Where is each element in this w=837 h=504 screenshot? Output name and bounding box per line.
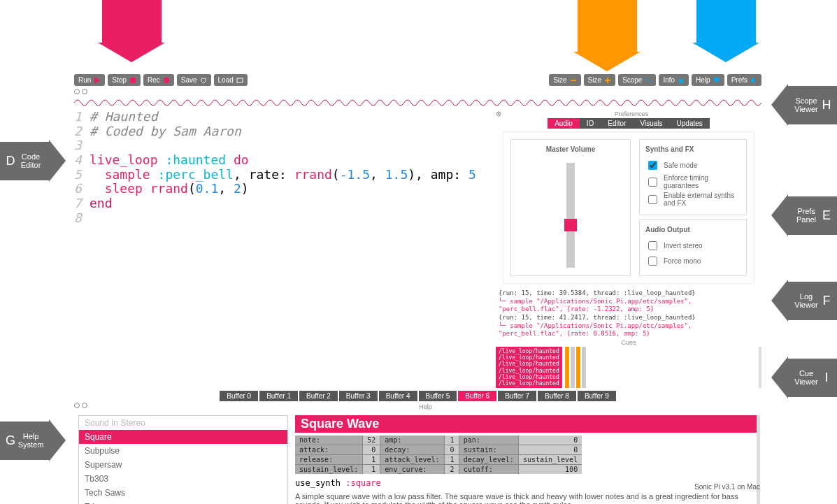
- tab-updates[interactable]: Updates: [670, 118, 710, 129]
- callout-B: B Editor Controls: [573, 0, 641, 71]
- force-mono-checkbox[interactable]: Force mono: [645, 254, 741, 268]
- play-controls: Run Stop Rec Save Load: [74, 74, 248, 86]
- buffer-9[interactable]: Buffer 9: [578, 391, 616, 401]
- svg-point-6: [714, 78, 720, 82]
- svg-point-1: [164, 78, 169, 83]
- prefs-button[interactable]: Prefs: [727, 74, 761, 86]
- cue-viewer: Cues /live_loop/haunted /live_loop/haunt…: [496, 338, 761, 388]
- size-up-button[interactable]: Size: [584, 74, 615, 86]
- buffer-5[interactable]: Buffer 5: [419, 391, 457, 401]
- close-icon[interactable]: ⊗: [496, 110, 501, 118]
- volume-slider[interactable]: [566, 163, 575, 268]
- tab-audio[interactable]: Audio: [548, 118, 580, 129]
- enable-external-checkbox[interactable]: Enable external synths and FX: [645, 192, 741, 207]
- volume-thumb[interactable]: [564, 219, 577, 231]
- callout-C: C Info & Help: [692, 0, 759, 62]
- prefs-tabs: Audio IO Editor Visuals Updates: [496, 118, 761, 129]
- minus-icon: [570, 77, 577, 84]
- speaker-icon: [750, 77, 757, 84]
- stop-button[interactable]: Stop: [108, 74, 141, 86]
- buffer-0[interactable]: Buffer 0: [220, 391, 258, 401]
- wave-icon: [645, 77, 652, 84]
- buffer-6[interactable]: Buffer 6: [458, 391, 496, 401]
- close-icon[interactable]: [74, 403, 80, 408]
- stop-icon: [129, 77, 136, 84]
- callout-C-label: Info & Help: [699, 31, 753, 40]
- star-icon: [678, 77, 685, 84]
- list-item[interactable]: Sound In Stereo: [79, 416, 287, 430]
- svg-rect-2: [237, 78, 243, 82]
- list-item[interactable]: Supersaw: [79, 458, 287, 472]
- callout-E: Prefs Panel E: [771, 194, 837, 236]
- heart-icon: [200, 77, 207, 84]
- tab-editor[interactable]: Editor: [601, 118, 633, 129]
- cue-bars: [565, 347, 586, 388]
- toolbar: Run Stop Rec Save Load Size Size Scope I…: [70, 73, 766, 87]
- callout-A-letter: A: [105, 6, 159, 24]
- buffer-tabs: Buffer 0 Buffer 1 Buffer 2 Buffer 3 Buff…: [70, 391, 766, 401]
- list-item[interactable]: Tri: [79, 500, 287, 504]
- info-button[interactable]: Info: [659, 74, 689, 86]
- list-item[interactable]: Square: [79, 430, 287, 444]
- svg-rect-5: [607, 78, 608, 83]
- log-viewer: {run: 15, time: 39.5384, thread: :live_l…: [496, 288, 761, 337]
- gear-icon[interactable]: [82, 89, 87, 94]
- load-button[interactable]: Load: [214, 74, 248, 86]
- load-icon: [236, 77, 243, 84]
- enforce-timing-checkbox[interactable]: Enforce timing guarantees: [645, 174, 741, 189]
- prefs-panel: ⊗Preferences Audio IO Editor Visuals Upd…: [496, 110, 761, 287]
- callout-D: D Code Editor: [0, 140, 66, 182]
- plus-icon: [604, 77, 611, 84]
- buffer-1[interactable]: Buffer 1: [259, 391, 298, 401]
- record-icon: [163, 77, 170, 84]
- cue-list: /live_loop/haunted /live_loop/haunted /l…: [496, 347, 562, 388]
- tab-visuals[interactable]: Visuals: [633, 118, 669, 129]
- callout-C-letter: C: [699, 6, 753, 24]
- scope-viewer: [74, 96, 761, 110]
- app-window: Run Stop Rec Save Load Size Size Scope I…: [70, 73, 766, 492]
- callout-B-letter: B: [580, 6, 634, 24]
- tab-io[interactable]: IO: [580, 118, 601, 129]
- buffer-2[interactable]: Buffer 2: [299, 391, 338, 401]
- size-down-button[interactable]: Size: [549, 74, 580, 86]
- help-header: Square Wave: [295, 415, 757, 433]
- param-table: note:52 amp:1 pan:0 attack:0 decay:0 sus…: [295, 435, 582, 474]
- editor-controls: Size Size Scope Info Help Prefs: [549, 74, 761, 86]
- list-item[interactable]: Tech Saws: [79, 486, 287, 500]
- buffer-7[interactable]: Buffer 7: [498, 391, 536, 401]
- code-editor[interactable]: 1# Haunted 2# Coded by Sam Aaron 3 4live…: [74, 110, 493, 388]
- callout-G: G Help System: [0, 419, 66, 461]
- help-synth-list[interactable]: Sound In Stereo Square Subpulse Supersaw…: [78, 415, 288, 504]
- svg-rect-3: [571, 80, 576, 81]
- synths-fx-label: Synths and FX: [645, 145, 741, 153]
- close-icon[interactable]: [74, 89, 80, 94]
- help-button[interactable]: Help: [692, 74, 724, 86]
- master-volume-label: Master Volume: [546, 145, 595, 153]
- buffer-3[interactable]: Buffer 3: [339, 391, 378, 401]
- callout-F: Log Viewer F: [771, 280, 837, 322]
- list-item[interactable]: Subpulse: [79, 444, 287, 458]
- svg-rect-0: [130, 78, 136, 83]
- rec-button[interactable]: Rec: [143, 74, 174, 86]
- scope-button[interactable]: Scope: [618, 74, 656, 86]
- invert-stereo-checkbox[interactable]: Invert stereo: [645, 239, 741, 252]
- waveform-icon: [74, 96, 761, 110]
- gear-icon[interactable]: [82, 403, 87, 408]
- cues-title: Cues: [496, 338, 761, 347]
- speech-icon: [713, 77, 720, 84]
- buffer-4[interactable]: Buffer 4: [379, 391, 417, 401]
- scope-toolbar: [70, 87, 766, 96]
- safe-mode-checkbox[interactable]: Safe mode: [645, 159, 741, 172]
- callout-I: Cue Viewer I: [771, 357, 837, 398]
- callout-B-label: Editor Controls: [580, 31, 634, 49]
- help-description: A simple square wave with a low pass fil…: [295, 492, 757, 504]
- save-button[interactable]: Save: [177, 74, 211, 86]
- use-synth-snippet: use_synth :square: [295, 478, 757, 488]
- callout-H: Scope Viewer H: [771, 84, 837, 126]
- help-title: Help: [90, 403, 761, 411]
- callout-A-label: Play Controls: [105, 31, 159, 40]
- run-button[interactable]: Run: [74, 74, 105, 86]
- play-icon: [94, 77, 101, 84]
- buffer-8[interactable]: Buffer 8: [538, 391, 576, 401]
- list-item[interactable]: Tb303: [79, 472, 287, 486]
